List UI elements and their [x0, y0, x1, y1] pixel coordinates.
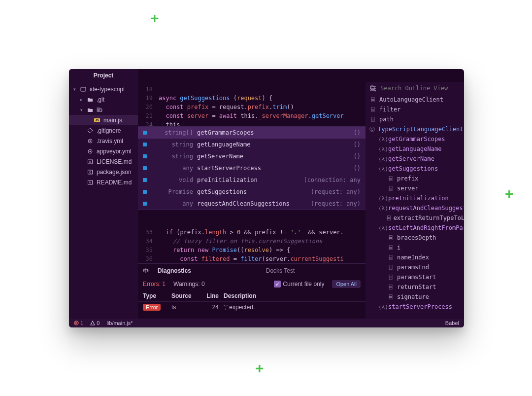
autocomplete-popup: string[]getGrammarScopes()stringgetLangu…: [138, 126, 366, 210]
tree-item[interactable]: MLICENSE.md: [69, 156, 138, 167]
status-bar: 1 0 lib/main.js* Babel: [69, 319, 464, 327]
outline-item[interactable]: ⌸filter: [366, 105, 464, 114]
tree-item-label: .travis.yml: [97, 138, 123, 144]
current-file-checkbox[interactable]: ✓Current file only: [274, 281, 324, 288]
error-badge: Error: [143, 304, 161, 311]
variable-icon: ⌸: [387, 215, 391, 221]
plus-decoration: +: [150, 10, 159, 27]
project-panel-title: Project: [94, 72, 114, 79]
tree-item[interactable]: ▸.git: [69, 94, 138, 105]
autocomplete-item[interactable]: stringgetLanguageName(): [138, 139, 366, 150]
outline-item[interactable]: ⟨λ⟩requestAndCleanSuggestions: [366, 203, 464, 213]
method-icon: ⟨λ⟩: [378, 304, 385, 310]
editor-window: Project JS main.js Outline View ▾ide-typ…: [69, 69, 464, 327]
outline-item[interactable]: ⌸bracesDepth: [366, 233, 464, 243]
errors-count[interactable]: Errors: 1: [143, 281, 166, 288]
method-icon: ⟨λ⟩: [378, 146, 385, 152]
variable-icon: ⌸: [387, 284, 394, 290]
diagnostics-table-header: Type Source Line Description: [138, 290, 366, 302]
plus-decoration: +: [505, 185, 514, 202]
outline-item[interactable]: ⌸paramsEnd: [366, 262, 464, 272]
tree-item[interactable]: {}package.json: [69, 167, 138, 177]
autocomplete-item[interactable]: PromisegetSuggestions(request: any): [138, 186, 366, 198]
autocomplete-item[interactable]: string[]getGrammarScopes(): [138, 127, 366, 139]
yml-file-icon: [87, 138, 94, 144]
outline-item[interactable]: ⒸTypeScriptLanguageClient: [366, 124, 464, 134]
tree-item-label: main.js: [103, 117, 122, 124]
outline-item[interactable]: ⌸nameIndex: [366, 252, 464, 262]
warnings-count[interactable]: Warnings: 0: [173, 281, 205, 288]
tree-item-label: ide-typescript: [90, 86, 125, 93]
variable-icon: ⌸: [387, 176, 394, 182]
autocomplete-kind-icon: [143, 202, 147, 206]
autocomplete-item[interactable]: stringgetServerName(): [138, 150, 366, 162]
tree-item[interactable]: appveyor.yml: [69, 146, 138, 156]
outline-item-label: TypeScriptLanguageClient: [378, 126, 463, 133]
code-editor[interactable]: 1819async getSuggestions (request) {20 c…: [138, 82, 366, 319]
outline-item-label: bracesDepth: [397, 234, 436, 241]
outline-item[interactable]: ⟨λ⟩getGrammarScopes: [366, 134, 464, 144]
method-icon: ⟨λ⟩: [378, 225, 385, 231]
outline-item-label: path: [379, 116, 394, 123]
plus-decoration: +: [255, 360, 264, 377]
method-icon: ⟨λ⟩: [378, 205, 385, 212]
outline-item-label: filter: [379, 106, 400, 113]
outline-item-label: returnStart: [397, 284, 436, 290]
outline-item[interactable]: ⟨λ⟩getSuggestions: [366, 164, 464, 174]
error-status-icon[interactable]: 1: [74, 320, 83, 326]
svg-point-8: [90, 140, 91, 142]
yml-file-icon: [87, 148, 94, 155]
outline-search-input[interactable]: [380, 85, 460, 92]
outline-item[interactable]: ⟨λ⟩getLanguageName: [366, 144, 464, 154]
diagnostics-tab[interactable]: Diagnostics: [158, 267, 191, 274]
diagnostic-row[interactable]: Errorts24';' expected.: [138, 302, 366, 313]
svg-point-4: [370, 88, 371, 89]
autocomplete-item[interactable]: voidpreInitialization(connection: any: [138, 174, 366, 186]
autocomplete-kind-icon: [143, 154, 147, 158]
project-panel-header: Project: [69, 69, 138, 82]
tree-item-label: README.md: [97, 179, 132, 186]
outline-item[interactable]: ⌸returnStart: [366, 282, 464, 292]
tree-item-label: lib: [97, 107, 102, 113]
outline-item[interactable]: ⟨λ⟩getServerName: [366, 154, 464, 164]
open-all-button[interactable]: Open All: [332, 280, 361, 288]
autocomplete-item[interactable]: anyrequestAndCleanSuggestions(request: a…: [138, 198, 366, 210]
diagnostics-panel: Diagnostics Docks Test Errors: 1 Warning…: [138, 263, 366, 319]
docks-test-tab[interactable]: Docks Test: [266, 267, 295, 274]
outline-item-label: AutoLanguageClient: [379, 96, 443, 103]
outline-item[interactable]: ⌸paramsStart: [366, 272, 464, 282]
outline-item[interactable]: ⌸signature: [366, 292, 464, 302]
md-file-icon: M: [87, 158, 94, 165]
outline-item-label: signature: [397, 293, 429, 300]
tree-item[interactable]: MREADME.md: [69, 177, 138, 187]
outline-item-label: requestAndCleanSuggestions: [388, 205, 464, 212]
autocomplete-item[interactable]: anystartServerProcess(): [138, 162, 366, 174]
outline-item[interactable]: ⌸prefix: [366, 174, 464, 183]
outline-item[interactable]: ⌸path: [366, 114, 464, 124]
outline-item[interactable]: ⌸i: [366, 243, 464, 252]
variable-icon: ⌸: [369, 107, 376, 113]
outline-item[interactable]: ⌸AutoLanguageClient: [366, 95, 464, 105]
tree-item[interactable]: .gitignore: [69, 125, 138, 136]
outline-item[interactable]: ⌸server: [366, 183, 464, 193]
variable-icon: ⌸: [387, 185, 394, 192]
tree-item[interactable]: ▾lib: [69, 105, 138, 115]
tree-item-label: package.json: [97, 169, 132, 176]
outline-item[interactable]: ⌸extractReturnTypeToLef: [366, 213, 464, 223]
tree-item[interactable]: .travis.yml: [69, 136, 138, 146]
outline-item[interactable]: ⟨λ⟩startServerProcess: [366, 302, 464, 312]
autocomplete-kind-icon: [143, 190, 147, 194]
class-icon: Ⓒ: [369, 126, 375, 133]
svg-rect-6: [81, 87, 86, 91]
md-file-icon: M: [87, 179, 94, 186]
status-path[interactable]: lib/main.js*: [106, 320, 133, 326]
autocomplete-kind-icon: [143, 143, 147, 146]
outline-item[interactable]: ⟨λ⟩setLeftAndRightFromParsed: [366, 223, 464, 233]
tree-item[interactable]: JSmain.js: [69, 115, 138, 125]
outline-item[interactable]: ⟨λ⟩preInitialization: [366, 193, 464, 203]
tree-item-label: LICENSE.md: [97, 158, 132, 165]
status-grammar[interactable]: Babel: [445, 320, 459, 326]
outline-item-label: server: [397, 185, 418, 192]
warn-status-icon[interactable]: 0: [90, 320, 100, 326]
tree-item[interactable]: ▾ide-typescript: [69, 84, 138, 94]
